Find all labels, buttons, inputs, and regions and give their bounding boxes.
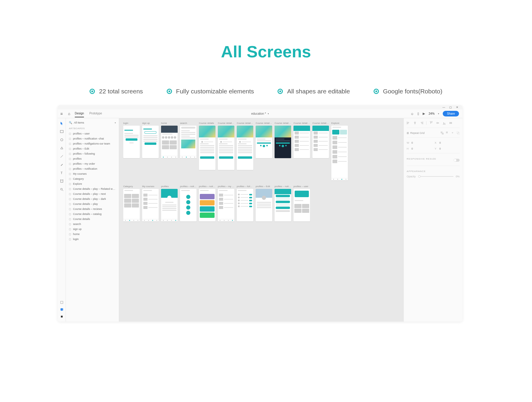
select-tool[interactable] bbox=[60, 121, 64, 125]
artboard-label[interactable]: Category bbox=[123, 185, 140, 188]
repeat-grid-button[interactable]: ⊞Repeat Grid bbox=[407, 132, 425, 134]
artboard-label[interactable]: Course details – … bbox=[237, 122, 253, 124]
artboard-label[interactable]: My courses bbox=[142, 185, 159, 188]
artboard[interactable]: Course details – … bbox=[293, 122, 310, 180]
artboard[interactable]: profiles – notigi… bbox=[199, 185, 215, 221]
artboard-label[interactable]: Course details – … bbox=[218, 122, 234, 124]
artboard[interactable]: profiles – followi… bbox=[237, 185, 253, 221]
layers-search[interactable]: 🔍 All Items ▾ bbox=[69, 121, 116, 124]
artboard[interactable]: profiles – notific… bbox=[275, 185, 291, 221]
artboard-item[interactable]: ▢Explore bbox=[69, 182, 116, 186]
artboard[interactable]: profiles – Edit bbox=[256, 185, 272, 221]
canvas[interactable]: loginsign uphomesearchCourse detailsCour… bbox=[119, 118, 403, 322]
artboard-item[interactable]: ▢home bbox=[69, 232, 116, 236]
artboard-label[interactable]: sign up bbox=[142, 122, 159, 124]
artboard-item[interactable]: ▢Category bbox=[69, 177, 116, 181]
artboard-label[interactable]: profiles – my ord… bbox=[218, 185, 234, 188]
artboard-screen[interactable] bbox=[199, 126, 215, 170]
tab-prototype[interactable]: Prototype bbox=[89, 110, 102, 117]
assets-icon[interactable] bbox=[60, 300, 64, 304]
artboard-label[interactable]: Course details bbox=[199, 122, 215, 124]
close-button[interactable]: ✕ bbox=[456, 106, 458, 109]
artboard-label[interactable]: Course details – … bbox=[275, 122, 291, 124]
artboard-item[interactable]: ▢profiles – notifigations-our team bbox=[69, 142, 116, 146]
artboard[interactable]: Category bbox=[123, 185, 140, 221]
artboard-item[interactable]: ▢Course details bbox=[69, 217, 116, 221]
align-left-icon[interactable] bbox=[407, 121, 410, 125]
artboard-screen[interactable] bbox=[312, 126, 329, 158]
artboard-screen[interactable] bbox=[123, 189, 140, 221]
artboard-screen[interactable] bbox=[275, 189, 291, 221]
artboard-item[interactable]: ▢profiles – notification -chat bbox=[69, 137, 116, 141]
artboard-screen[interactable] bbox=[161, 126, 178, 158]
home-icon[interactable]: ⌂ bbox=[65, 111, 73, 116]
artboard[interactable]: Course details – … bbox=[237, 122, 253, 180]
plugins-icon[interactable] bbox=[60, 315, 64, 319]
artboard[interactable]: profiles – my ord… bbox=[218, 185, 234, 221]
artboard-item[interactable]: ▢profiles – my order bbox=[69, 162, 116, 166]
artboard-screen[interactable] bbox=[123, 126, 140, 158]
artboard-label[interactable]: Course details – … bbox=[256, 122, 272, 124]
responsive-toggle[interactable] bbox=[454, 159, 460, 162]
distribute-icon[interactable] bbox=[449, 121, 452, 125]
y-field[interactable]: Y0 bbox=[435, 147, 460, 150]
artboard-screen[interactable] bbox=[293, 189, 310, 221]
opacity-control[interactable]: Opacity 0% bbox=[407, 175, 460, 178]
artboard-label[interactable]: profiles – notific… bbox=[275, 185, 291, 188]
artboard[interactable]: profiles bbox=[161, 185, 178, 221]
artboard-item[interactable]: ▢Course details – catalog bbox=[69, 212, 116, 216]
artboard-screen[interactable] bbox=[275, 126, 291, 158]
line-tool[interactable] bbox=[60, 154, 64, 158]
artboard-item[interactable]: ▢profiles – following bbox=[69, 152, 116, 156]
polygon-tool[interactable] bbox=[60, 146, 64, 150]
align-center-v-icon[interactable] bbox=[436, 121, 439, 125]
artboard-screen[interactable] bbox=[237, 189, 253, 221]
artboard-label[interactable]: Course details – … bbox=[293, 122, 310, 124]
artboard[interactable]: login bbox=[123, 122, 140, 180]
boolean-exclude-icon[interactable] bbox=[457, 132, 460, 134]
chevron-down-icon[interactable]: ▾ bbox=[438, 113, 439, 115]
artboard[interactable]: Course details – … bbox=[218, 122, 234, 180]
artboard-tool[interactable] bbox=[60, 179, 64, 183]
artboard[interactable]: profiles – user bbox=[293, 185, 310, 221]
artboard[interactable]: home bbox=[161, 122, 178, 180]
align-top-icon[interactable] bbox=[429, 121, 433, 125]
artboard-screen[interactable] bbox=[180, 126, 197, 158]
artboard-screen[interactable] bbox=[218, 189, 234, 221]
layers-icon[interactable] bbox=[60, 307, 64, 312]
artboard-label[interactable]: profiles – followi… bbox=[237, 185, 253, 188]
artboard-screen[interactable] bbox=[331, 126, 348, 180]
artboard-screen[interactable] bbox=[293, 126, 310, 158]
artboard-screen[interactable] bbox=[142, 126, 159, 158]
artboard-item[interactable]: ▢Course details – reciews bbox=[69, 207, 116, 211]
minimize-button[interactable]: — bbox=[442, 106, 445, 109]
device-icon[interactable]: ▯ bbox=[417, 112, 419, 116]
artboard-label[interactable]: Course details – … bbox=[312, 122, 329, 124]
user-icon[interactable]: ☺ bbox=[411, 112, 414, 116]
artboard[interactable]: profiles – notifi… bbox=[180, 185, 197, 221]
artboard[interactable]: Course details – … bbox=[312, 122, 329, 180]
boolean-add-icon[interactable] bbox=[441, 132, 444, 134]
share-button[interactable]: Share bbox=[443, 111, 459, 116]
artboard-label[interactable]: Explore bbox=[331, 122, 348, 124]
artboard-label[interactable]: home bbox=[161, 122, 178, 124]
artboard-screen[interactable] bbox=[237, 126, 253, 170]
artboard-label[interactable]: search bbox=[180, 122, 197, 124]
align-right-icon[interactable] bbox=[420, 121, 423, 125]
artboard-label[interactable]: profiles – notigi… bbox=[199, 185, 215, 188]
align-bottom-icon[interactable] bbox=[442, 121, 446, 125]
artboard-item[interactable]: ▢Course details – play – Related w… bbox=[69, 187, 116, 191]
artboard-screen[interactable] bbox=[161, 189, 178, 221]
artboard-screen[interactable] bbox=[218, 126, 234, 170]
artboard-item[interactable]: ▢Course details – play bbox=[69, 202, 116, 206]
artboard[interactable]: My courses bbox=[142, 185, 159, 221]
document-title[interactable]: education *▾ bbox=[251, 112, 269, 115]
menu-icon[interactable]: ≡ bbox=[58, 111, 65, 116]
maximize-button[interactable]: ▢ bbox=[449, 106, 452, 109]
tab-design[interactable]: Design bbox=[75, 110, 84, 117]
artboard-item[interactable]: ▢profiles bbox=[69, 157, 116, 161]
artboard-item[interactable]: ▢profiles – notification bbox=[69, 167, 116, 171]
boolean-subtract-icon[interactable] bbox=[446, 132, 449, 134]
boolean-intersect-icon[interactable] bbox=[451, 132, 454, 134]
artboard-item[interactable]: ▢My courses bbox=[69, 172, 116, 176]
